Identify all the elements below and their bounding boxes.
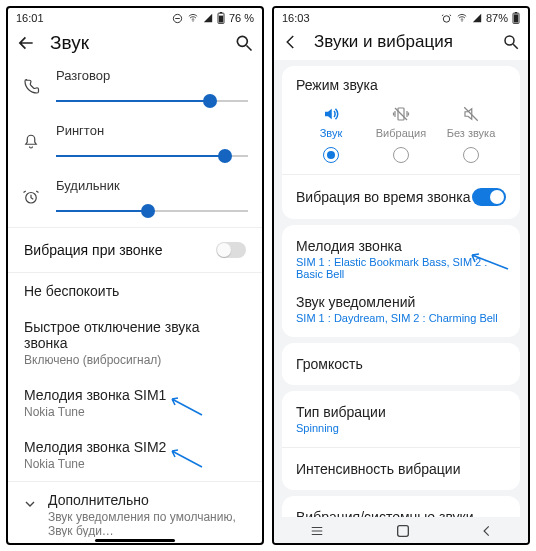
row-subtitle: Nokia Tune (24, 405, 246, 419)
row-subtitle: SIM 1 : Daydream, SIM 2 : Charming Bell (296, 312, 498, 324)
row-title: Вибрация во время звонка (296, 189, 471, 205)
svg-point-14 (505, 36, 514, 45)
row-vibration-intensity[interactable]: Интенсивность вибрации (282, 448, 520, 490)
row-title: Дополнительно (48, 492, 246, 508)
row-notification-sound[interactable]: Звук уведомлений SIM 1 : Daydream, SIM 2… (282, 290, 520, 337)
row-volume[interactable]: Громкость (282, 343, 520, 385)
radio-vibrate[interactable] (393, 147, 409, 163)
speaker-icon (321, 105, 341, 123)
mode-vibrate[interactable]: Вибрация (366, 105, 436, 139)
search-icon[interactable] (234, 33, 254, 53)
back-icon[interactable] (16, 33, 36, 53)
signal-icon (472, 13, 482, 23)
svg-line-17 (395, 108, 407, 120)
row-subtitle: Nokia Tune (24, 457, 246, 471)
slider-ringtone[interactable] (56, 146, 248, 166)
mute-icon (461, 105, 481, 123)
battery-icon (217, 12, 225, 24)
svg-rect-12 (515, 12, 517, 13)
toggle-off[interactable] (216, 242, 246, 258)
row-subtitle: SIM 1 : Elastic Bookmark Bass, SIM 2 : B… (296, 256, 506, 280)
row-label: Вибрация при звонке (24, 242, 162, 258)
card-vibration: Тип вибрации Spinning Интенсивность вибр… (282, 391, 520, 490)
row-title: Звук уведомлений (296, 294, 498, 310)
row-more[interactable]: Дополнительно Звук уведомления по умолча… (8, 482, 262, 537)
header: Звуки и вибрация (274, 26, 528, 60)
vibrate-icon (391, 105, 411, 123)
mode-label: Вибрация (376, 127, 426, 139)
svg-line-7 (247, 46, 252, 51)
svg-rect-22 (398, 526, 409, 537)
mode-label: Без звука (447, 127, 496, 139)
mode-sound[interactable]: Звук (296, 105, 366, 139)
svg-rect-5 (219, 16, 223, 23)
svg-point-2 (192, 20, 193, 21)
svg-point-9 (443, 15, 449, 21)
wifi-icon (456, 13, 468, 23)
row-ringtone-sim1[interactable]: Мелодия звонка SIM1 Nokia Tune (8, 377, 262, 429)
row-vibrate-on-call[interactable]: Вибрация при звонке (8, 228, 262, 272)
row-title: Мелодия звонка (296, 238, 506, 254)
page-title: Звуки и вибрация (314, 32, 488, 52)
header: Звук (8, 26, 262, 62)
svg-point-10 (461, 20, 462, 21)
search-icon[interactable] (502, 33, 520, 51)
row-title: Мелодия звонка SIM1 (24, 387, 246, 403)
recents-icon[interactable] (308, 524, 326, 538)
slider-alarm[interactable] (56, 201, 248, 221)
mode-mute[interactable]: Без звука (436, 105, 506, 139)
nav-bar (8, 537, 262, 543)
nav-bar (274, 517, 528, 543)
signal-icon (203, 13, 213, 23)
phone-icon (22, 78, 40, 96)
mode-label: Звук (320, 127, 343, 139)
battery-icon (512, 12, 520, 24)
row-subtitle: Звук уведомления по умолчанию, Звук буди… (48, 510, 246, 537)
page-title: Звук (50, 32, 220, 54)
radio-mute[interactable] (463, 147, 479, 163)
radio-sound[interactable] (323, 147, 339, 163)
status-battery-pct: 76 % (229, 12, 254, 24)
status-battery-pct: 87% (486, 12, 508, 24)
phone-right-sounds-vibration: 16:03 87% Звуки и вибрация Режим звука (272, 6, 530, 545)
row-title: Не беспокоить (24, 283, 246, 299)
row-quick-mute[interactable]: Быстрое отключение звука звонка Включено… (8, 309, 262, 377)
row-title: Быстрое отключение звука звонка (24, 319, 246, 351)
alarm-icon (22, 188, 40, 206)
wifi-icon (187, 13, 199, 23)
row-vibrate-while-ringing[interactable]: Вибрация во время звонка (282, 175, 520, 219)
status-bar: 16:01 76 % (8, 8, 262, 26)
status-bar: 16:03 87% (274, 8, 528, 26)
svg-point-6 (237, 36, 247, 46)
back-nav-icon[interactable] (480, 524, 494, 538)
row-subtitle: Spinning (296, 422, 386, 434)
row-title: Громкость (296, 356, 363, 372)
bell-icon (22, 133, 40, 151)
row-title: Вибрация/системные звуки (296, 509, 506, 517)
row-dnd[interactable]: Не беспокоить (8, 273, 262, 309)
row-ringtone[interactable]: Мелодия звонка SIM 1 : Elastic Bookmark … (282, 225, 520, 290)
switch-on[interactable] (472, 188, 506, 206)
status-time: 16:01 (16, 12, 44, 24)
home-icon[interactable] (395, 523, 411, 539)
slider-label: Будильник (56, 178, 248, 193)
svg-line-15 (513, 44, 518, 49)
row-vibration-type[interactable]: Тип вибрации Spinning (282, 391, 520, 447)
slider-row-ringtone: Рингтон (8, 117, 262, 172)
slider-talk[interactable] (56, 91, 248, 111)
svg-rect-13 (514, 14, 518, 22)
card-sound-mode: Режим звука Звук Вибрация Без звука (282, 66, 520, 219)
row-title: Мелодия звонка SIM2 (24, 439, 246, 455)
slider-row-alarm: Будильник (8, 172, 262, 227)
slider-label: Разговор (56, 68, 248, 83)
slider-label: Рингтон (56, 123, 248, 138)
card-title: Режим звука (296, 77, 506, 93)
back-icon[interactable] (282, 33, 300, 51)
card-melodies: Мелодия звонка SIM 1 : Elastic Bookmark … (282, 225, 520, 337)
row-title: Интенсивность вибрации (296, 461, 460, 477)
row-subtitle: Включено (вибросигнал) (24, 353, 246, 367)
row-system-sounds[interactable]: Вибрация/системные звуки Настройка звуко… (282, 496, 520, 517)
svg-rect-4 (220, 12, 222, 13)
slider-row-talk: Разговор (8, 62, 262, 117)
row-ringtone-sim2[interactable]: Мелодия звонка SIM2 Nokia Tune (8, 429, 262, 481)
